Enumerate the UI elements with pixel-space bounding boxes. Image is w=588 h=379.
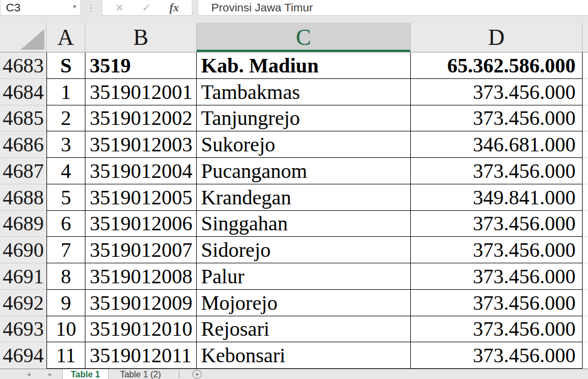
cell-reference: C3 <box>6 1 21 14</box>
cell-e-sliver[interactable] <box>583 79 588 105</box>
cell-c[interactable]: Palur <box>197 263 411 290</box>
cell-c[interactable]: Pucanganom <box>197 158 411 184</box>
row-header[interactable]: 4693 <box>0 316 46 343</box>
row-header[interactable]: 4686 <box>0 131 46 158</box>
cell-a[interactable]: 2 <box>46 105 85 132</box>
cell-d[interactable]: 373.456.000 <box>411 237 583 263</box>
column-header-c-selected[interactable]: C <box>197 23 411 52</box>
chevron-down-icon[interactable]: ▾ <box>73 3 76 10</box>
cell-c[interactable]: Rejosari <box>197 316 411 343</box>
cell-b[interactable]: 3519012002 <box>85 105 197 132</box>
more-options-icon[interactable]: ⋮ <box>84 0 97 16</box>
cell-b[interactable]: 3519012001 <box>85 79 197 105</box>
cell-b[interactable]: 3519012005 <box>85 184 197 211</box>
cell-e-sliver[interactable] <box>583 52 588 79</box>
sheet-tab-bar: ◂ ▸ Table 1 Table 1 (2) + <box>0 369 588 379</box>
cell-a[interactable]: 8 <box>46 263 85 290</box>
cell-e-sliver[interactable] <box>583 211 588 237</box>
cell-b[interactable]: 3519012003 <box>85 131 197 158</box>
cell-a[interactable]: S <box>46 52 85 79</box>
cell-b[interactable]: 3519012007 <box>85 237 197 263</box>
cell-e-sliver[interactable] <box>583 105 588 132</box>
column-header-a[interactable]: A <box>46 23 85 52</box>
cell-e-sliver[interactable] <box>583 316 588 343</box>
plus-icon: + <box>195 371 199 378</box>
cell-d[interactable]: 373.456.000 <box>411 263 583 290</box>
cell-b[interactable]: 3519012009 <box>85 290 197 316</box>
cell-a[interactable]: 4 <box>46 158 85 184</box>
add-sheet-button[interactable]: + <box>192 370 202 379</box>
select-all-button[interactable] <box>0 23 46 52</box>
cell-a[interactable]: 11 <box>46 342 85 369</box>
table-row: 4693 10 3519012010 Rejosari 373.456.000 <box>0 316 588 343</box>
row-header[interactable]: 4688 <box>0 184 46 211</box>
cell-e-sliver[interactable] <box>583 342 588 369</box>
cell-e-sliver[interactable] <box>583 158 588 184</box>
column-header-d[interactable]: D <box>411 23 583 52</box>
cell-d[interactable]: 349.841.000 <box>411 184 583 211</box>
cell-b[interactable]: 3519012006 <box>85 211 197 237</box>
cell-a[interactable]: 1 <box>46 79 85 105</box>
cell-a[interactable]: 6 <box>46 211 85 237</box>
row-header[interactable]: 4694 <box>0 342 46 369</box>
row-header[interactable]: 4687 <box>0 158 46 184</box>
cell-e-sliver[interactable] <box>583 237 588 263</box>
cell-c[interactable]: Kab. Madiun <box>197 52 411 79</box>
row-header[interactable]: 4689 <box>0 211 46 237</box>
cell-d[interactable]: 373.456.000 <box>411 105 583 132</box>
enter-icon[interactable]: ✓ <box>142 1 151 14</box>
cell-c[interactable]: Tambakmas <box>197 79 411 105</box>
cell-a[interactable]: 9 <box>46 290 85 316</box>
sheet-tab-table-1[interactable]: Table 1 <box>62 369 109 379</box>
cell-e-sliver[interactable] <box>583 290 588 316</box>
table-row: 4690 7 3519012007 Sidorejo 373.456.000 <box>0 237 588 263</box>
cell-b[interactable]: 3519 <box>85 52 197 79</box>
cell-e-sliver[interactable] <box>583 131 588 158</box>
column-header-b[interactable]: B <box>85 23 197 52</box>
row-header[interactable]: 4685 <box>0 105 46 132</box>
cell-c[interactable]: Sidorejo <box>197 237 411 263</box>
cell-c[interactable]: Singgahan <box>197 211 411 237</box>
row-header[interactable]: 4684 <box>0 79 46 105</box>
cell-c[interactable]: Tanjungrejo <box>197 105 411 132</box>
cell-b[interactable]: 3519012011 <box>85 342 197 369</box>
table-row: 4688 5 3519012005 Krandegan 349.841.000 <box>0 184 588 211</box>
cell-d[interactable]: 373.456.000 <box>411 211 583 237</box>
row-header[interactable]: 4690 <box>0 237 46 263</box>
cell-b[interactable]: 3519012010 <box>85 316 197 343</box>
nav-left-icon[interactable]: ◂ <box>27 370 30 378</box>
cell-e-sliver[interactable] <box>583 184 588 211</box>
formula-value: Provinsi Jawa Timur <box>211 1 313 14</box>
cell-d[interactable]: 65.362.586.000 <box>411 52 583 79</box>
tab-separator <box>179 370 179 378</box>
cell-d[interactable]: 373.456.000 <box>411 342 583 369</box>
cell-c[interactable]: Krandegan <box>197 184 411 211</box>
table-row: 4687 4 3519012004 Pucanganom 373.456.000 <box>0 158 588 184</box>
cell-e-sliver[interactable] <box>583 263 588 290</box>
formula-input[interactable]: Provinsi Jawa Timur <box>198 0 588 16</box>
cell-b[interactable]: 3519012008 <box>85 263 197 290</box>
cell-a[interactable]: 3 <box>46 131 85 158</box>
cell-a[interactable]: 5 <box>46 184 85 211</box>
cell-d[interactable]: 373.456.000 <box>411 290 583 316</box>
cell-c[interactable]: Kebonsari <box>197 342 411 369</box>
row-header[interactable]: 4692 <box>0 290 46 316</box>
cell-a[interactable]: 10 <box>46 316 85 343</box>
cancel-icon[interactable]: ✕ <box>115 2 124 14</box>
cell-c[interactable]: Mojorejo <box>197 290 411 316</box>
cell-c[interactable]: Sukorejo <box>197 131 411 158</box>
row-header[interactable]: 4691 <box>0 263 46 290</box>
spreadsheet-app: C3 ▾ ⋮ ✕ ✓ fx Provinsi Jawa Timur A B C … <box>0 0 588 379</box>
sheet-tab-table-1-2[interactable]: Table 1 (2) <box>109 369 172 379</box>
row-header[interactable]: 4683 <box>0 52 46 79</box>
cell-d[interactable]: 373.456.000 <box>411 316 583 343</box>
cell-d[interactable]: 346.681.000 <box>411 131 583 158</box>
insert-function-icon[interactable]: fx <box>170 1 179 15</box>
column-header-e-sliver[interactable] <box>583 23 588 52</box>
cell-b[interactable]: 3519012004 <box>85 158 197 184</box>
cell-d[interactable]: 373.456.000 <box>411 79 583 105</box>
name-box[interactable]: C3 ▾ <box>0 0 81 16</box>
nav-right-icon[interactable]: ▸ <box>49 370 52 378</box>
cell-a[interactable]: 7 <box>46 237 85 263</box>
cell-d[interactable]: 373.456.000 <box>411 158 583 184</box>
